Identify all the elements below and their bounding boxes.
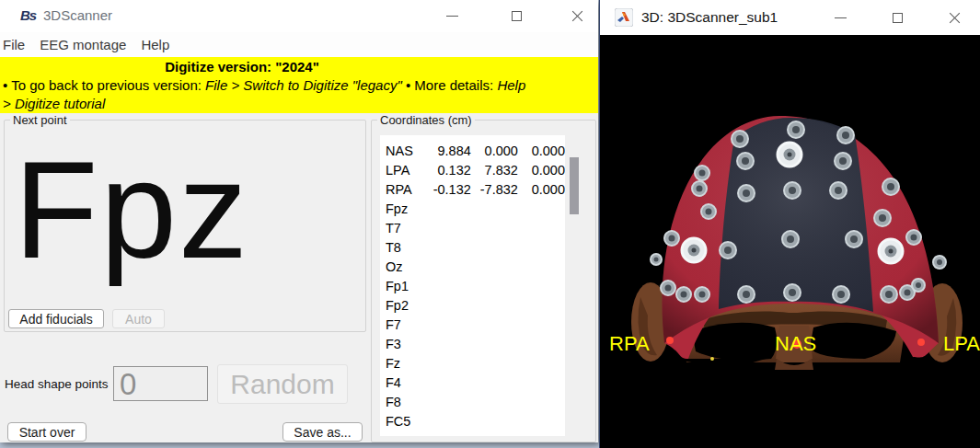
coord-point-name: FC5 (386, 414, 424, 429)
figure-maximize-button[interactable] (876, 2, 918, 33)
coord-row[interactable]: F7 (380, 315, 565, 334)
coord-row[interactable]: T8 (380, 237, 565, 257)
coordinates-group-label: Coordinates (cm) (377, 113, 475, 127)
coord-value: 0.000 (518, 144, 565, 158)
coord-row[interactable]: T7 (380, 218, 565, 237)
nas-label: NAS (775, 332, 816, 355)
head-scan-render: RPA NAS LPA (600, 35, 980, 448)
figure-close-button[interactable] (933, 2, 975, 33)
coord-row[interactable]: FC1 (380, 431, 565, 436)
coord-point-name: Fz (386, 356, 424, 371)
coord-row[interactable]: LPA0.1327.8320.000 (380, 160, 565, 179)
coord-value: 7.832 (471, 163, 518, 178)
menu-file[interactable]: File (0, 34, 30, 55)
coord-point-name: FC1 (386, 433, 424, 437)
maximize-icon (893, 13, 903, 23)
auto-button[interactable]: Auto (112, 309, 165, 328)
minimize-icon (835, 17, 847, 18)
add-fiducials-button[interactable]: Add fiducials (8, 309, 104, 328)
coord-row[interactable]: Fp2 (380, 295, 565, 315)
menu-eeg-montage[interactable]: EEG montage (34, 34, 132, 55)
coord-row[interactable]: NAS9.8840.0000.000 (380, 141, 565, 160)
matlab-figure-icon (615, 8, 633, 27)
coordinates-scrollbar-thumb[interactable] (570, 157, 579, 214)
brainstorm-logo-icon: Bs (20, 7, 36, 23)
3d-viewport[interactable]: RPA NAS LPA (600, 35, 980, 448)
coord-row[interactable]: F4 (380, 373, 565, 392)
figure-window-title: 3D: 3DScanner_sub1 (641, 9, 778, 26)
next-point-group: Next point Fpz Add fiducials Auto (4, 120, 366, 332)
version-banner: Digitize version: "2024" • To go back to… (0, 57, 598, 113)
coord-row[interactable]: Fpz (380, 199, 565, 218)
next-point-group-label: Next point (10, 113, 70, 127)
coord-value: -0.132 (424, 182, 471, 197)
coordinates-list[interactable]: NAS9.8840.0000.000LPA0.1327.8320.000RPA-… (380, 135, 565, 436)
next-point-value: Fpz (14, 141, 249, 279)
coord-row[interactable]: Oz (380, 257, 565, 276)
close-button[interactable] (556, 0, 598, 31)
coord-value: 0.000 (471, 144, 518, 158)
lpa-label: LPA (943, 332, 980, 355)
banner-title: Digitize version: "2024" (3, 58, 481, 76)
coord-point-name: T8 (386, 240, 424, 255)
figure-minimize-button[interactable] (819, 2, 861, 33)
close-icon (949, 12, 961, 24)
coord-point-name: F8 (386, 395, 424, 409)
digitizer-window: Bs 3DScanner File EEG montage Help Digit… (0, 0, 598, 442)
maximize-button[interactable] (495, 0, 537, 31)
close-icon (571, 10, 583, 22)
banner-line2: • To go back to previous version: File >… (3, 77, 525, 93)
minimize-button[interactable] (431, 0, 473, 31)
start-over-button[interactable]: Start over (7, 422, 86, 442)
figure-titlebar[interactable]: 3D: 3DScanner_sub1 (600, 0, 980, 35)
coord-value: -7.832 (471, 182, 518, 197)
coord-point-name: NAS (386, 144, 424, 158)
banner-line3: > Digitize tutorial (3, 96, 105, 111)
coord-point-name: T7 (386, 221, 424, 235)
coord-point-name: F7 (386, 317, 424, 332)
head-shape-points-count[interactable]: 0 (113, 366, 208, 401)
coord-point-name: Fp1 (386, 279, 424, 293)
save-as-button[interactable]: Save as... (282, 422, 363, 442)
coord-point-name: Oz (386, 259, 424, 274)
coord-point-name: Fpz (386, 201, 424, 216)
digitizer-window-title: 3DScanner (43, 7, 112, 23)
coord-point-name: Fp2 (386, 298, 424, 313)
coord-point-name: F4 (386, 375, 424, 390)
digitizer-titlebar[interactable]: Bs 3DScanner (0, 0, 598, 32)
coord-value: 9.884 (424, 144, 471, 158)
random-button[interactable]: Random (217, 364, 348, 404)
maximize-icon (512, 11, 522, 21)
head-shape-points-label: Head shape points (5, 377, 109, 391)
menu-help[interactable]: Help (135, 34, 175, 55)
minimize-icon (446, 16, 458, 17)
coord-row[interactable]: FC5 (380, 411, 565, 431)
menubar: File EEG montage Help (0, 32, 598, 57)
rpa-label: RPA (609, 332, 650, 355)
coord-row[interactable]: Fp1 (380, 276, 565, 295)
coordinates-group: Coordinates (cm) NAS9.8840.0000.000LPA0.… (371, 120, 596, 442)
coord-value: 0.000 (518, 163, 565, 178)
coord-point-name: RPA (386, 182, 424, 197)
coord-value: 0.000 (518, 182, 565, 197)
coord-row[interactable]: F3 (380, 334, 565, 353)
figure-window: 3D: 3DScanner_sub1 (599, 0, 980, 448)
coord-value: 0.132 (424, 163, 471, 178)
coord-point-name: F3 (386, 337, 424, 351)
coord-row[interactable]: RPA-0.132-7.8320.000 (380, 179, 565, 199)
coord-row[interactable]: Fz (380, 353, 565, 373)
coord-row[interactable]: F8 (380, 392, 565, 411)
coord-point-name: LPA (386, 163, 424, 178)
